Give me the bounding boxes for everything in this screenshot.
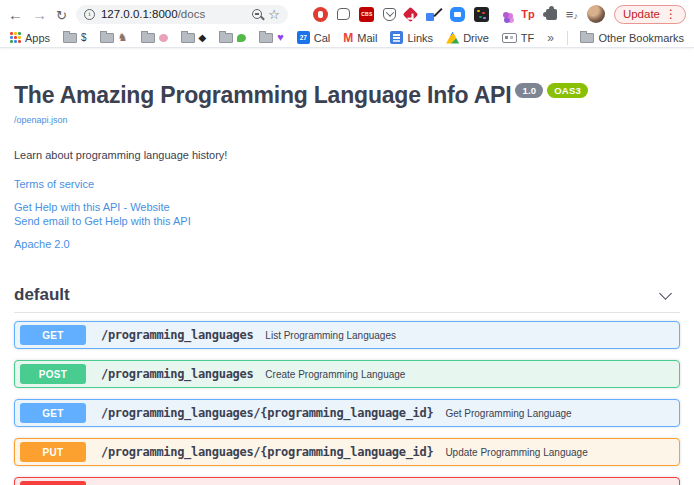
tf-label: TF [521, 32, 534, 44]
help-email-link[interactable]: Send email to Get Help with this API [14, 214, 680, 228]
folder-icon [259, 33, 273, 43]
endpoint-row-delete[interactable]: DELETE /programming_languages/{programmi… [14, 477, 680, 485]
url-path: /docs [178, 8, 206, 20]
chevron-down-icon[interactable] [659, 287, 672, 300]
bookmark-folder-horse[interactable] [100, 32, 128, 43]
bookmarks-overflow-chevron[interactable] [547, 31, 554, 45]
endpoint-row-get-one[interactable]: GET /programming_languages/{programming_… [14, 399, 680, 427]
api-info-block: The Amazing Programming Language Info AP… [0, 48, 694, 251]
bookmarks-bar: Apps $ 27 Cal [0, 28, 694, 48]
endpoint-summary: Create Programming Language [265, 369, 405, 380]
extensions-area: CBS Tp [313, 6, 578, 22]
endpoint-row-list[interactable]: GET /programming_languages List Programm… [14, 321, 680, 349]
mail-label: Mail [357, 32, 377, 44]
flower-extension-icon[interactable] [498, 7, 512, 21]
pocket-extension-icon[interactable] [383, 8, 396, 21]
update-button[interactable]: Update [614, 5, 686, 24]
chat-bubble-extension-icon[interactable] [337, 8, 350, 20]
bookmark-mail[interactable]: Mail [343, 31, 377, 45]
browser-menu-kebab-icon[interactable] [665, 7, 677, 21]
diamond-arrow-extension-icon[interactable] [403, 6, 419, 22]
links-icon [390, 31, 403, 44]
brain-emoji-icon [159, 34, 168, 42]
folder-icon [141, 33, 155, 43]
update-label: Update [623, 8, 660, 20]
method-badge[interactable]: DELETE [20, 481, 86, 485]
section-title: default [14, 285, 70, 305]
address-bar[interactable]: 127.0.0.1:8000/docs [76, 5, 288, 24]
method-badge[interactable]: GET [20, 403, 86, 423]
drive-label: Drive [463, 32, 489, 44]
other-bookmarks[interactable]: Other Bookmarks [580, 32, 684, 44]
bookmark-tf[interactable]: TF [502, 32, 534, 44]
cal-label: Cal [314, 32, 331, 44]
version-badge: 1.0 [515, 83, 543, 98]
reload-icon[interactable] [56, 7, 67, 22]
endpoint-path: /programming_languages [101, 367, 253, 381]
license-link[interactable]: Apache 2.0 [14, 237, 680, 251]
green-animal-emoji-icon [237, 34, 246, 42]
swagger-page: The Amazing Programming Language Info AP… [0, 48, 694, 485]
bookmark-folder-purple-heart[interactable] [259, 32, 284, 43]
purple-heart-emoji-icon [277, 32, 284, 43]
api-title-text: The Amazing Programming Language Info AP… [14, 82, 511, 108]
section-header-default[interactable]: default [14, 285, 680, 305]
api-links: Terms of service Get Help with this API … [14, 177, 680, 251]
confetti-extension-icon[interactable] [474, 7, 489, 22]
zoom-out-icon[interactable] [252, 9, 262, 19]
url-host: 127.0.0.1:8000 [101, 8, 178, 20]
browser-window: 127.0.0.1:8000/docs CBS Tp Update [0, 0, 694, 485]
help-website-link[interactable]: Get Help with this API - Website [14, 200, 680, 214]
method-badge[interactable]: POST [20, 364, 86, 384]
endpoint-path: /programming_languages/{programming_lang… [101, 406, 433, 420]
openapi-spec-link[interactable]: /openapi.json [14, 115, 68, 125]
endpoint-path: /programming_languages/{programming_lang… [101, 445, 433, 459]
zoom-meeting-extension-icon[interactable] [450, 7, 465, 22]
hand-blocker-extension-icon[interactable] [313, 7, 328, 22]
playlist-extension-icon[interactable] [566, 7, 578, 22]
graduation-cap-emoji-icon [199, 33, 207, 43]
bookmark-star-icon[interactable] [268, 5, 280, 23]
bookmark-folder-graduation[interactable] [181, 33, 207, 43]
api-description: Learn about programming language history… [14, 149, 680, 161]
folder-icon [100, 33, 114, 43]
site-info-icon[interactable] [84, 9, 95, 20]
endpoint-row-create[interactable]: POST /programming_languages Create Progr… [14, 360, 680, 388]
back-icon[interactable] [8, 7, 23, 22]
folder-icon [181, 33, 195, 43]
folder-icon [63, 33, 77, 43]
gmail-icon [343, 31, 353, 45]
color-picker-extension-icon[interactable] [425, 6, 441, 22]
bookmark-folder-brain[interactable] [141, 33, 168, 43]
horse-emoji-icon [118, 32, 128, 43]
section-divider [14, 312, 680, 313]
bookmark-calendar[interactable]: 27 Cal [297, 31, 331, 44]
tf-card-icon [502, 33, 517, 43]
bookmark-links[interactable]: Links [390, 31, 433, 44]
endpoint-summary: List Programming Languages [265, 330, 396, 341]
puzzle-extension-icon[interactable] [546, 9, 557, 20]
bookmark-apps[interactable]: Apps [10, 32, 50, 44]
endpoint-path: /programming_languages [101, 328, 253, 342]
endpoint-row-update[interactable]: PUT /programming_languages/{programming_… [14, 438, 680, 466]
oas3-badge: OAS3 [547, 83, 588, 98]
bookmark-folder-dollar[interactable]: $ [63, 33, 87, 43]
terms-of-service-link[interactable]: Terms of service [14, 177, 680, 191]
cbs-extension-icon[interactable]: CBS [359, 7, 374, 22]
apps-label: Apps [25, 32, 50, 44]
url-text[interactable]: 127.0.0.1:8000/docs [101, 8, 205, 20]
endpoint-summary: Update Programming Language [445, 447, 587, 458]
page-title: The Amazing Programming Language Info AP… [14, 82, 680, 109]
method-badge[interactable]: GET [20, 325, 86, 345]
forward-icon[interactable] [32, 7, 47, 22]
other-bookmarks-label: Other Bookmarks [598, 32, 684, 44]
apps-grid-icon [10, 32, 21, 43]
method-badge[interactable]: PUT [20, 442, 86, 462]
links-label: Links [407, 32, 433, 44]
profile-avatar[interactable] [587, 5, 605, 23]
bookmark-folder-green[interactable] [219, 33, 246, 43]
endpoint-summary: Get Programming Language [445, 408, 571, 419]
bookmark-drive[interactable]: Drive [446, 32, 489, 44]
folder-icon [219, 33, 233, 43]
tampermonkey-extension-icon[interactable]: Tp [521, 8, 534, 20]
